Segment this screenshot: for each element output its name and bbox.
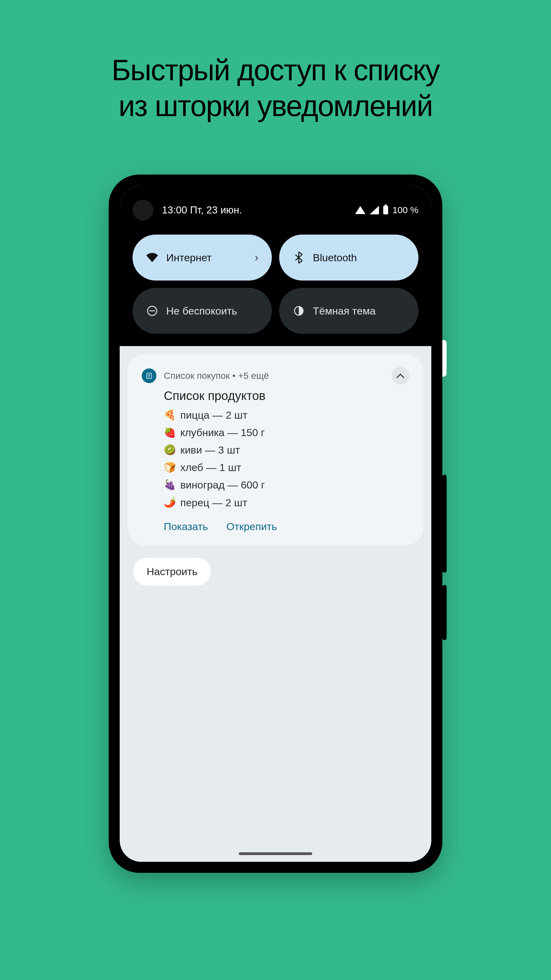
- wifi-icon: [146, 251, 158, 264]
- item-emoji: 🍕: [164, 407, 176, 423]
- list-item: 🍓клубника — 150 г: [164, 424, 409, 441]
- notification-body: Список продуктов 🍕пицца — 2 шт🍓клубника …: [142, 385, 409, 511]
- battery-icon: [383, 206, 388, 215]
- configure-button[interactable]: Настроить: [133, 558, 211, 585]
- hero-line2: из шторки уведомлений: [0, 88, 551, 124]
- hero-line1: Быстрый доступ к списку: [0, 52, 551, 88]
- list-item: 🌶️перец — 2 шт: [164, 494, 409, 511]
- chevron-up-icon: [396, 373, 404, 378]
- item-emoji: 🍞: [164, 460, 176, 476]
- cell-icon: [370, 206, 379, 215]
- notification-app-name: Список покупок: [164, 371, 230, 381]
- item-text: хлеб — 1 шт: [180, 459, 241, 476]
- phone-frame: 13:00 Пт, 23 июн. 100 % Интернет ›: [109, 175, 442, 873]
- item-emoji: 🥝: [164, 442, 176, 458]
- app-icon: [142, 368, 156, 383]
- qs-label: Не беспокоить: [166, 305, 258, 317]
- dark-theme-icon: [293, 305, 305, 317]
- collapse-button[interactable]: [392, 367, 409, 385]
- item-text: клубника — 150 г: [180, 424, 265, 441]
- notification-actions: Показать Открепить: [142, 511, 409, 533]
- qs-label: Интернет: [166, 252, 247, 264]
- item-emoji: 🍓: [164, 425, 176, 441]
- volume-button: [442, 475, 446, 573]
- dnd-icon: [146, 305, 158, 317]
- list-item: 🍇виноград — 600 г: [164, 476, 409, 494]
- item-text: перец — 2 шт: [180, 494, 247, 511]
- page-title: Быстрый доступ к списку из шторки уведом…: [0, 0, 551, 124]
- list-item: 🍕пицца — 2 шт: [164, 406, 409, 424]
- qs-tile-internet[interactable]: Интернет ›: [133, 235, 272, 280]
- status-bar: 13:00 Пт, 23 июн. 100 %: [133, 198, 418, 235]
- list-item: 🥝киви — 3 шт: [164, 441, 409, 459]
- qs-label: Тёмная тема: [313, 305, 405, 317]
- notification-header: Список покупок • +5 ещё: [142, 367, 409, 385]
- action-show[interactable]: Показать: [164, 520, 208, 533]
- power-button: [442, 340, 446, 377]
- notification-meta: Список покупок • +5 ещё: [164, 371, 384, 381]
- notification-card[interactable]: Список покупок • +5 ещё Список продуктов…: [128, 354, 423, 546]
- bluetooth-icon: [293, 251, 305, 264]
- status-icons: 100 %: [355, 205, 418, 215]
- volume-button: [442, 585, 446, 640]
- qs-tile-dnd[interactable]: Не беспокоить: [133, 288, 272, 334]
- notification-meta-suffix: • +5 ещё: [230, 371, 269, 381]
- qs-tile-dark-theme[interactable]: Тёмная тема: [279, 288, 418, 334]
- action-unpin[interactable]: Открепить: [227, 520, 277, 533]
- battery-text: 100 %: [392, 205, 418, 215]
- status-clock: 13:00 Пт, 23 июн.: [161, 204, 348, 216]
- item-text: виноград — 600 г: [180, 476, 265, 494]
- wifi-icon: [355, 206, 365, 214]
- phone-screen: 13:00 Пт, 23 июн. 100 % Интернет ›: [120, 186, 431, 862]
- item-emoji: 🍇: [164, 477, 176, 493]
- quick-settings: Интернет › Bluetooth Не беспокоить: [133, 235, 418, 334]
- notification-title: Список продуктов: [164, 389, 409, 403]
- notification-shade-header: 13:00 Пт, 23 июн. 100 % Интернет ›: [120, 186, 431, 346]
- item-emoji: 🌶️: [164, 494, 176, 511]
- item-text: пицца — 2 шт: [180, 406, 247, 424]
- chevron-right-icon: ›: [255, 251, 258, 264]
- list-item: 🍞хлеб — 1 шт: [164, 459, 409, 476]
- qs-label: Bluetooth: [313, 252, 405, 264]
- item-text: киви — 3 шт: [180, 441, 240, 459]
- gesture-bar: [239, 852, 312, 855]
- qs-tile-bluetooth[interactable]: Bluetooth: [279, 235, 418, 280]
- front-camera: [133, 200, 153, 221]
